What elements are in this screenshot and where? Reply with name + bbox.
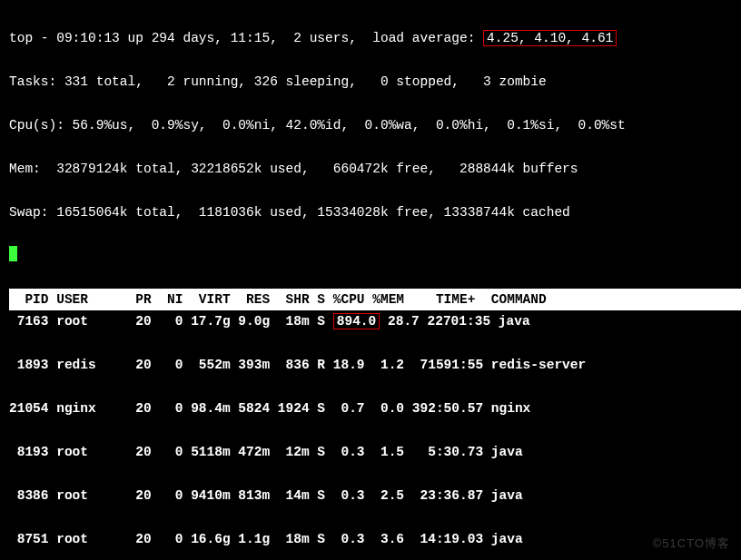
cursor-icon [9,246,17,261]
blank-line [9,245,741,267]
watermark: ©51CTO博客 [653,533,730,555]
summary-line-mem: Mem: 32879124k total, 32218652k used, 66… [9,158,741,180]
process-row: 7163 root 20 0 17.7g 9.0g 18m S 894.0 28… [9,310,741,332]
cpu-highlight: 894.0 [333,313,380,329]
process-row: 8193 root 20 0 5118m 472m 12m S 0.3 1.5 … [9,441,741,463]
terminal-screen[interactable]: top - 09:10:13 up 294 days, 11:15, 2 use… [0,0,741,560]
column-header: PID USER PR NI VIRT RES SHR S %CPU %MEM … [9,289,741,310]
process-row: 8751 root 20 0 16.6g 1.1g 18m S 0.3 3.6 … [9,528,741,550]
summary-line-swap: Swap: 16515064k total, 1181036k used, 15… [9,201,741,223]
summary-line-tasks: Tasks: 331 total, 2 running, 326 sleepin… [9,71,741,93]
process-row: 21054 nginx 20 0 98.4m 5824 1924 S 0.7 0… [9,398,741,419]
summary-line-top: top - 09:10:13 up 294 days, 11:15, 2 use… [9,27,741,49]
load-average-highlight: 4.25, 4.10, 4.61 [483,30,617,46]
process-row: 1893 redis 20 0 552m 393m 836 R 18.9 1.2… [9,354,741,376]
process-row: 8386 root 20 0 9410m 813m 14m S 0.3 2.5 … [9,485,741,506]
summary-line-cpu: Cpu(s): 56.9%us, 0.9%sy, 0.0%ni, 42.0%id… [9,114,741,136]
